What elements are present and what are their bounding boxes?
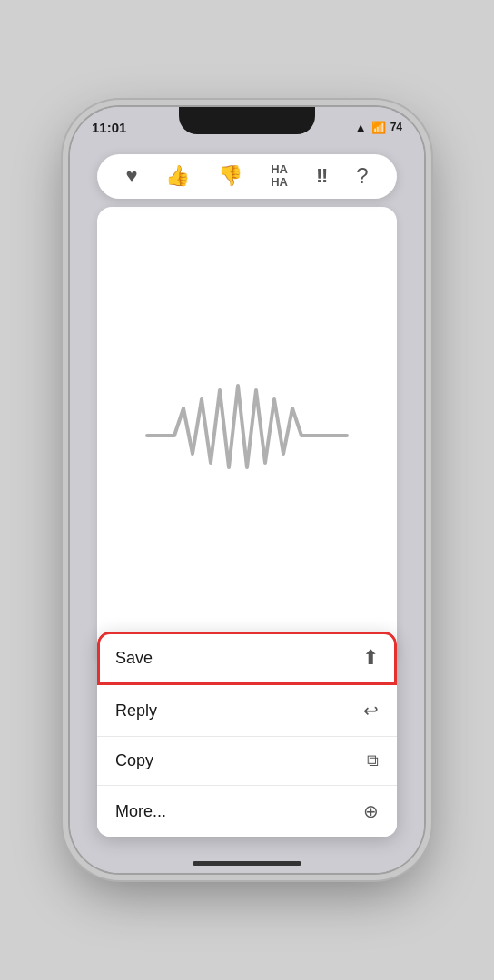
more-menu-item[interactable]: More... ⊕ [97, 786, 397, 837]
copy-icon: ⧉ [367, 751, 379, 770]
battery-icon: 74 [390, 121, 402, 133]
save-menu-item[interactable]: Save ⬆ [97, 632, 397, 685]
thumbsdown-reaction[interactable]: 👎 [218, 164, 242, 188]
question-reaction[interactable]: ? [356, 163, 368, 189]
thumbsup-reaction[interactable]: 👍 [165, 164, 190, 188]
notch [179, 107, 315, 134]
haha-reaction[interactable]: HAHA [271, 163, 288, 190]
context-menu: Save ⬆ Reply ↩ Copy ⧉ More... ⊕ [97, 632, 397, 837]
copy-menu-item[interactable]: Copy ⧉ [97, 737, 397, 786]
wifi-icon: ▲ [355, 121, 367, 134]
exclaim-reaction[interactable]: ‼ [316, 164, 328, 188]
reply-label: Reply [115, 701, 157, 720]
copy-label: Copy [115, 751, 153, 770]
status-icons: ▲ 📶 74 [355, 121, 402, 134]
phone-frame: 11:01 ▲ 📶 74 ♥ 👍 👎 HAHA ‼ ? [70, 107, 424, 873]
message-bubble [97, 207, 397, 664]
reaction-bar: ♥ 👍 👎 HAHA ‼ ? [97, 154, 397, 199]
home-indicator[interactable] [193, 861, 301, 866]
reply-icon: ↩ [363, 700, 379, 721]
heart-reaction[interactable]: ♥ [125, 164, 137, 188]
reply-menu-item[interactable]: Reply ↩ [97, 685, 397, 737]
signal-icon: 📶 [371, 121, 386, 134]
waveform-icon [138, 381, 356, 490]
save-label: Save [115, 649, 153, 668]
more-icon: ⊕ [363, 800, 379, 822]
screen: 11:01 ▲ 📶 74 ♥ 👍 👎 HAHA ‼ ? [70, 107, 424, 873]
save-icon: ⬆ [362, 646, 379, 670]
status-time: 11:01 [92, 120, 126, 135]
more-label: More... [115, 802, 166, 821]
